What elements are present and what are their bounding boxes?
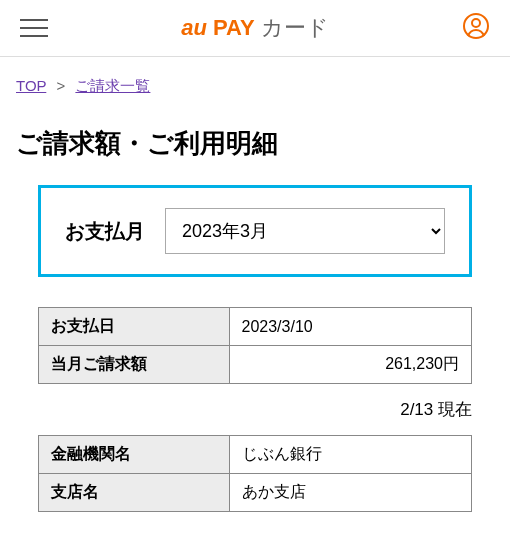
logo-card: カード [261,15,329,40]
branch-name-value: あか支店 [229,474,471,512]
content: TOP > ご請求一覧 ご請求額・ご利用明細 お支払月 2023年3月 お支払日… [0,57,510,548]
table-row: 金融機関名 じぶん銀行 [39,436,472,474]
bank-name-label: 金融機関名 [39,436,230,474]
table-row: 支店名 あか支店 [39,474,472,512]
billing-amount-label: 当月ご請求額 [39,346,230,384]
logo-au: au [181,15,207,40]
breadcrumb-separator: > [56,77,65,94]
breadcrumb: TOP > ご請求一覧 [16,57,494,108]
page-title: ご請求額・ご利用明細 [16,126,494,161]
billing-amount-value: 261,230円 [229,346,471,384]
logo: au PAY カード [181,13,329,43]
timestamp: 2/13 現在 [16,398,472,421]
branch-name-label: 支店名 [39,474,230,512]
table-row: お支払日 2023/3/10 [39,308,472,346]
profile-icon[interactable] [462,12,490,44]
breadcrumb-current[interactable]: ご請求一覧 [75,77,150,94]
month-selector-label: お支払月 [65,218,145,245]
svg-point-1 [472,19,480,27]
payment-date-value: 2023/3/10 [229,308,471,346]
logo-pay: PAY [213,15,255,40]
bank-name-value: じぶん銀行 [229,436,471,474]
hamburger-menu-icon[interactable] [20,19,48,37]
month-selector-panel: お支払月 2023年3月 [38,185,472,277]
app-header: au PAY カード [0,0,510,57]
breadcrumb-top[interactable]: TOP [16,77,46,94]
payment-info-table: お支払日 2023/3/10 当月ご請求額 261,230円 [38,307,472,384]
payment-date-label: お支払日 [39,308,230,346]
month-select[interactable]: 2023年3月 [165,208,445,254]
bank-info-table: 金融機関名 じぶん銀行 支店名 あか支店 [38,435,472,512]
table-row: 当月ご請求額 261,230円 [39,346,472,384]
